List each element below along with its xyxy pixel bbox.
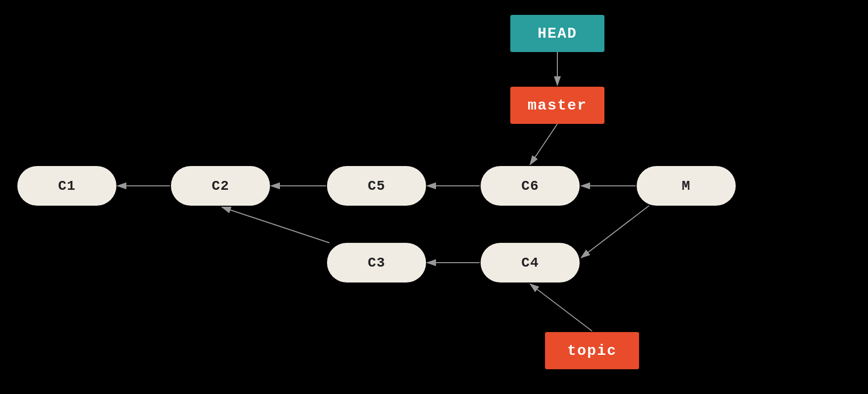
arrow-m-to-c4 xyxy=(581,206,649,258)
head-label-text: HEAD xyxy=(538,25,577,42)
commit-c6-text: C6 xyxy=(521,178,539,194)
head-label: HEAD xyxy=(510,15,604,52)
topic-label: topic xyxy=(545,332,639,369)
git-diagram: HEAD master topic C6 C5 C2 C1 M C4 C3 xyxy=(0,0,868,394)
commit-m: M xyxy=(637,166,736,206)
arrow-topic-to-c4 xyxy=(530,284,592,331)
topic-label-text: topic xyxy=(567,342,617,359)
commit-c2: C2 xyxy=(171,166,270,206)
commit-c1-text: C1 xyxy=(58,178,76,194)
commit-c3-text: C3 xyxy=(368,255,385,271)
commit-c4-text: C4 xyxy=(521,255,539,271)
commit-c1: C1 xyxy=(17,166,116,206)
arrow-c3-to-c2 xyxy=(222,207,329,243)
master-label-text: master xyxy=(528,97,587,114)
commit-c3: C3 xyxy=(327,243,426,282)
commit-c5-text: C5 xyxy=(368,178,385,194)
master-label: master xyxy=(510,87,604,124)
commit-c2-text: C2 xyxy=(212,178,229,194)
arrows-svg xyxy=(0,0,868,394)
commit-c5: C5 xyxy=(327,166,426,206)
commit-c4: C4 xyxy=(481,243,580,282)
commit-m-text: M xyxy=(682,178,691,194)
arrow-master-to-c6 xyxy=(530,124,557,165)
commit-c6: C6 xyxy=(481,166,580,206)
